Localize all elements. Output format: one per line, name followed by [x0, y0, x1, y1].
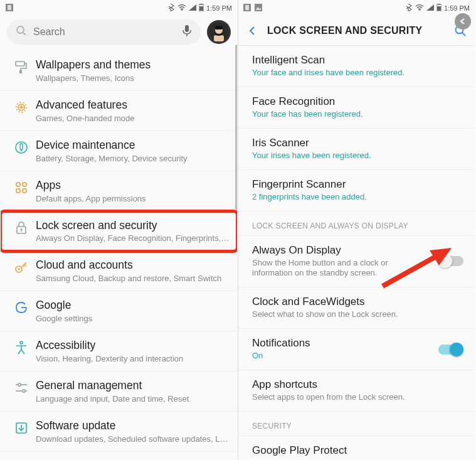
item-title: Apps: [36, 179, 231, 193]
section-header: LOCK SCREEN AND ALWAYS ON DISPLAY: [238, 211, 475, 236]
mic-icon[interactable]: [182, 24, 192, 40]
nav-forward-icon[interactable]: [455, 13, 471, 29]
item-fingerprint-scanner[interactable]: Fingerprint Scanner 2 fingerprints have …: [238, 170, 475, 211]
search-box[interactable]: [7, 19, 201, 45]
item-title: Google: [36, 299, 231, 313]
item-sub: Default apps, App permissions: [36, 194, 231, 203]
item-sub: Vision, Hearing, Dexterity and interacti…: [36, 354, 231, 363]
item-title: Always On Display: [252, 244, 461, 257]
item-google[interactable]: GoogleGoogle settings: [1, 291, 237, 331]
google-icon: [14, 300, 29, 318]
paint-roller-icon: [14, 60, 29, 77]
item-help[interactable]: Help: [1, 452, 237, 460]
item-wallpapers-themes[interactable]: Wallpapers and themesWallpapers, Themes,…: [1, 51, 237, 91]
item-software-update[interactable]: Software updateDownload updates, Schedul…: [1, 412, 237, 452]
svg-line-7: [23, 33, 26, 35]
status-bar: 1:59 PM: [238, 1, 475, 16]
item-device-maintenance[interactable]: Device maintenanceBattery, Storage, Memo…: [1, 131, 237, 171]
item-title: Clock and FaceWidgets: [252, 296, 461, 308]
item-title: Advanced features: [36, 99, 231, 112]
security-list: Intelligent Scan Your face and irises ha…: [238, 46, 475, 460]
svg-point-45: [419, 9, 420, 11]
item-face-recognition[interactable]: Face Recognition Your face has been regi…: [238, 87, 475, 129]
item-sub: Your face has been registered.: [252, 109, 461, 120]
item-sub: Language and input, Date and time, Reset: [36, 394, 231, 404]
key-icon: [14, 260, 29, 277]
svg-rect-1: [8, 5, 11, 10]
gallery-badge-icon: [255, 4, 262, 13]
avatar[interactable]: [207, 20, 231, 44]
svg-rect-43: [245, 5, 249, 10]
item-lock-screen-security[interactable]: Lock screen and securityAlways On Displa…: [1, 211, 237, 252]
item-advanced-features[interactable]: Advanced featuresGames, One-handed mode: [1, 91, 237, 131]
item-clock-facewidgets[interactable]: Clock and FaceWidgets Select what to sho…: [238, 287, 475, 329]
item-sub: Your irises have been registered.: [252, 151, 461, 161]
toggle-aod[interactable]: [438, 254, 463, 268]
header: LOCK SCREEN AND SECURITY: [238, 16, 475, 46]
item-sub: 2 fingerprints have been added.: [252, 192, 461, 203]
item-accessibility[interactable]: AccessibilityVision, Hearing, Dexterity …: [1, 331, 237, 372]
item-title: General management: [36, 379, 231, 393]
item-title: Face Recognition: [252, 95, 461, 108]
app-badge-icon: [6, 4, 13, 13]
item-title: Device maintenance: [36, 139, 231, 152]
svg-point-23: [16, 182, 20, 186]
back-button[interactable]: [243, 25, 261, 36]
item-sub: Google settings: [36, 314, 231, 323]
item-title: Lock screen and security: [36, 219, 231, 233]
item-notifications[interactable]: Notifications On: [238, 329, 475, 370]
search-icon: [16, 25, 27, 39]
item-title: Wallpapers and themes: [36, 58, 231, 72]
svg-rect-13: [214, 35, 224, 41]
item-app-shortcuts[interactable]: App shortcuts Select apps to open from t…: [238, 370, 475, 412]
scroll-indicator[interactable]: [235, 45, 237, 239]
settings-screen: 1:59 PM Wallpapers and themesWallpapers,…: [0, 0, 238, 460]
svg-point-37: [23, 390, 25, 392]
item-intelligent-scan[interactable]: Intelligent Scan Your face and irises ha…: [238, 46, 475, 87]
download-icon: [14, 420, 29, 438]
item-always-on-display[interactable]: Always On Display Show the Home button a…: [238, 236, 475, 288]
accessibility-icon: [14, 340, 29, 358]
wifi-icon: [177, 4, 186, 12]
item-title: Google Play Protect: [252, 444, 461, 457]
svg-point-2: [181, 9, 182, 11]
item-sub: Show the Home button and a clock or info…: [252, 258, 461, 279]
svg-rect-47: [438, 4, 440, 5]
section-header: SECURITY: [238, 412, 475, 436]
svg-point-25: [16, 188, 20, 192]
svg-point-31: [18, 269, 19, 270]
item-sub: Battery, Storage, Memory, Device securit…: [36, 154, 231, 163]
item-title: Iris Scanner: [252, 137, 461, 149]
status-time: 1:59 PM: [206, 4, 232, 12]
item-sub: Your face and irises have been registere…: [252, 68, 461, 78]
svg-point-24: [23, 182, 26, 186]
svg-point-22: [21, 149, 23, 151]
item-sub: On: [252, 351, 461, 361]
item-sub: Wallpapers, Themes, Icons: [36, 73, 231, 83]
battery-icon: [436, 4, 442, 13]
item-general-management[interactable]: General managementLanguage and input, Da…: [1, 372, 237, 412]
wifi-icon: [415, 4, 424, 12]
item-sub: Samsung Cloud, Backup and restore, Smart…: [36, 274, 231, 283]
item-iris-scanner[interactable]: Iris Scanner Your irises have been regis…: [238, 129, 475, 170]
gear-plus-icon: [14, 100, 29, 117]
item-title: Fingerprint Scanner: [252, 178, 461, 191]
toggle-notifications[interactable]: [438, 343, 463, 356]
lock-icon: [14, 220, 29, 238]
status-bar: 1:59 PM: [1, 1, 237, 16]
signal-icon: [189, 4, 196, 12]
item-title: Accessibility: [36, 339, 231, 353]
item-sub: Download updates, Scheduled software upd…: [36, 434, 231, 444]
item-title: App shortcuts: [252, 378, 461, 391]
item-sub: Select apps to open from the Lock screen…: [252, 392, 461, 403]
svg-rect-14: [16, 62, 24, 66]
item-google-play-protect[interactable]: Google Play Protect: [238, 436, 475, 460]
item-apps[interactable]: AppsDefault apps, App permissions: [1, 171, 237, 211]
app-badge-icon: [243, 4, 251, 13]
item-sub: Always On Display, Face Recognition, Fin…: [36, 233, 231, 243]
device-maint-icon: [14, 140, 29, 158]
item-cloud-accounts[interactable]: Cloud and accountsSamsung Cloud, Backup …: [1, 251, 237, 291]
search-input[interactable]: [33, 26, 176, 38]
svg-point-33: [20, 341, 23, 344]
search-row: [1, 16, 237, 48]
